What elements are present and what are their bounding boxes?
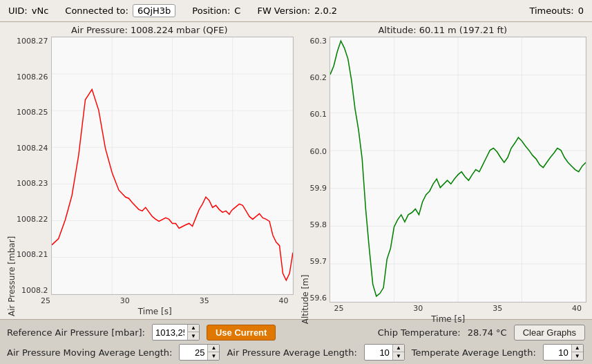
connected-item: Connected to: 6QjH3b [65, 4, 175, 17]
use-current-button[interactable]: Use Current [207, 325, 276, 341]
moving-avg-spinbox[interactable]: ▲ ▼ [179, 344, 220, 361]
fw-value: 2.0.2 [314, 6, 337, 16]
chip-temp-value: 28.74 °C [468, 327, 507, 338]
pressure-avg-spinbox[interactable]: ▲ ▼ [364, 344, 405, 361]
position-label: Position: [192, 6, 230, 16]
altitude-y-ticks: 60.3 60.2 60.1 60.0 59.9 59.8 59.7 59.6 [310, 37, 330, 303]
pressure-avg-label: Air Pressure Average Length: [227, 347, 356, 358]
pressure-y-label: Air Pressure [mbar] [6, 37, 17, 316]
control-row-1: Reference Air Pressure [mbar]: ▲ ▼ Use C… [7, 324, 585, 341]
uid-value: vNc [32, 6, 49, 16]
pressure-avg-up-btn[interactable]: ▲ [393, 345, 404, 352]
moving-avg-input[interactable] [180, 346, 207, 359]
position-value: C [234, 6, 240, 16]
ref-pressure-down-btn[interactable]: ▼ [188, 332, 199, 340]
timeouts-item: Timeouts: 0 [529, 6, 584, 16]
pressure-x-ticks: 25 30 35 40 [17, 295, 294, 305]
temp-avg-up-btn[interactable]: ▲ [572, 345, 583, 352]
pressure-graph-inner: 1008.27 1008.26 1008.25 1008.24 1008.23 … [17, 37, 294, 316]
uid-label: UID: [8, 6, 28, 16]
temp-avg-label: Temperate Average Length: [412, 347, 536, 358]
pressure-graph-container: Air Pressure: 1008.224 mbar (QFE) Air Pr… [6, 25, 294, 316]
timeouts-label: Timeouts: [529, 6, 573, 16]
timeouts-value: 0 [578, 6, 584, 16]
temp-avg-down-btn[interactable]: ▼ [572, 352, 583, 360]
fw-item: FW Version: 2.0.2 [257, 6, 337, 16]
ref-pressure-spin-buttons[interactable]: ▲ ▼ [187, 325, 199, 340]
moving-avg-label: Air Pressure Moving Average Length: [7, 347, 172, 358]
temp-avg-input[interactable] [544, 346, 571, 359]
pressure-y-ticks: 1008.27 1008.26 1008.25 1008.24 1008.23 … [17, 37, 51, 295]
ref-pressure-up-btn[interactable]: ▲ [188, 325, 199, 332]
altitude-graph-container: Altitude: 60.11 m (197.21 ft) Altitude [… [299, 25, 587, 316]
temp-avg-spinbox[interactable]: ▲ ▼ [543, 344, 584, 361]
ref-pressure-spinbox[interactable]: ▲ ▼ [152, 324, 200, 341]
altitude-y-label: Altitude [m] [299, 37, 310, 324]
pressure-avg-down-btn[interactable]: ▼ [393, 352, 404, 360]
connected-label: Connected to: [65, 6, 128, 16]
clear-graphs-button[interactable]: Clear Graphs [514, 325, 585, 341]
ref-pressure-label: Reference Air Pressure [mbar]: [7, 327, 145, 338]
ref-pressure-input[interactable] [153, 326, 187, 339]
pressure-graph-title: Air Pressure: 1008.224 mbar (QFE) [71, 25, 228, 35]
pressure-avg-spin-buttons[interactable]: ▲ ▼ [392, 345, 404, 360]
altitude-x-ticks: 25 30 35 40 [310, 303, 587, 313]
pressure-x-label: Time [s] [17, 307, 294, 316]
pressure-avg-input[interactable] [365, 346, 392, 359]
chip-temp-label: Chip Temperature: [378, 327, 461, 338]
position-item: Position: C [192, 6, 240, 16]
moving-avg-up-btn[interactable]: ▲ [208, 345, 219, 352]
bottom-controls: Reference Air Pressure [mbar]: ▲ ▼ Use C… [0, 319, 592, 364]
moving-avg-down-btn[interactable]: ▼ [208, 352, 219, 360]
temp-avg-spin-buttons[interactable]: ▲ ▼ [571, 345, 583, 360]
connected-value: 6QjH3b [133, 4, 175, 17]
uid-item: UID: vNc [8, 6, 48, 16]
altitude-x-label: Time [s] [310, 314, 587, 324]
fw-label: FW Version: [257, 6, 310, 16]
pressure-graph-wrap: Air Pressure [mbar] 1008.27 1008.26 1008… [6, 37, 294, 316]
pressure-svg-area [51, 37, 294, 295]
moving-avg-spin-buttons[interactable]: ▲ ▼ [207, 345, 219, 360]
top-bar: UID: vNc Connected to: 6QjH3b Position: … [0, 0, 592, 22]
altitude-graph-wrap: Altitude [m] 60.3 60.2 60.1 60.0 59.9 59… [299, 37, 587, 324]
control-row-2: Air Pressure Moving Average Length: ▲ ▼ … [7, 344, 585, 361]
altitude-svg-area [330, 37, 586, 303]
altitude-graph-inner: 60.3 60.2 60.1 60.0 59.9 59.8 59.7 59.6 [310, 37, 587, 324]
altitude-graph-title: Altitude: 60.11 m (197.21 ft) [378, 25, 507, 35]
graphs-area: Air Pressure: 1008.224 mbar (QFE) Air Pr… [0, 22, 592, 319]
